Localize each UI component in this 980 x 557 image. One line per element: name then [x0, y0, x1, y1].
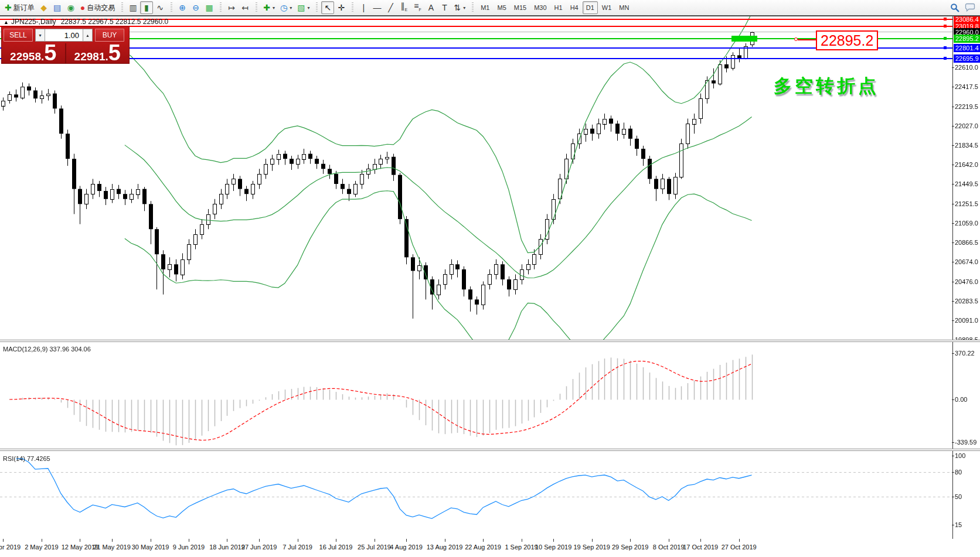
timeframe-d1-button[interactable]: D1	[583, 1, 598, 14]
volume-increase-button[interactable]: ▲	[83, 29, 93, 42]
horizontal-level-line[interactable]	[0, 32, 952, 32]
horizontal-level-line[interactable]	[0, 58, 952, 59]
time-axis-tick	[630, 539, 631, 542]
cursor-icon: ↖	[325, 4, 332, 12]
search-button[interactable]	[948, 1, 962, 14]
timeframe-h4-button[interactable]: H4	[567, 1, 582, 14]
indicators-button[interactable]: ✚▾	[261, 1, 277, 14]
timeframe-m30-button[interactable]: M30	[530, 1, 550, 14]
time-axis-tick	[445, 539, 445, 542]
price-axis-line[interactable]	[952, 16, 953, 539]
price-chart-canvas[interactable]	[0, 16, 952, 340]
horizontal-line-button[interactable]: —	[370, 1, 383, 14]
pane-separator-macd[interactable]	[0, 340, 980, 342]
buy-price-button[interactable]: 22981.5	[66, 43, 130, 63]
indicators-icon: ✚	[263, 4, 270, 12]
timeframe-h1-button[interactable]: H1	[551, 1, 566, 14]
horizontal-line-icon: —	[373, 4, 381, 12]
timeframe-m15-label: M15	[513, 4, 528, 11]
buy-button[interactable]: BUY	[95, 29, 124, 42]
price-axis-label: 20476.0	[955, 278, 978, 285]
group-handle-icon[interactable]	[316, 2, 318, 13]
zoom-out-button[interactable]: ⊖	[189, 1, 202, 14]
time-axis-tick	[553, 539, 554, 542]
time-axis-tick	[700, 539, 701, 542]
dropdown-caret-icon[interactable]: ▾	[273, 5, 275, 11]
sell-price-main: 22958	[10, 50, 41, 63]
auto-scroll-button[interactable]: ↦	[225, 1, 238, 14]
trendline-button[interactable]: ╱	[384, 1, 397, 14]
timeframe-d1-label: D1	[585, 4, 596, 11]
group-handle-icon[interactable]	[121, 2, 123, 13]
price-level-label: 22801.4	[954, 44, 980, 52]
auto-trading-label: 自动交易	[87, 3, 115, 13]
pane-separator-rsi[interactable]	[0, 449, 980, 451]
line-marker-icon	[944, 46, 947, 49]
buy-price-pip: 5	[108, 43, 121, 62]
volume-input[interactable]	[45, 29, 83, 42]
rsi-pane-canvas[interactable]	[0, 451, 952, 539]
fibonacci-button[interactable]: ≡F	[411, 1, 424, 14]
cursor-button[interactable]: ↖	[321, 1, 334, 14]
time-axis-tick	[375, 539, 375, 542]
dropdown-caret-icon[interactable]: ▾	[307, 5, 309, 11]
new-order-icon: ✚	[5, 4, 12, 12]
new-order-button[interactable]: ✚新订单	[2, 1, 37, 14]
timeframe-w1-label: W1	[601, 4, 613, 11]
group-handle-icon[interactable]	[472, 2, 474, 13]
time-axis-tick	[739, 539, 740, 542]
templates-button[interactable]: ▧▾	[295, 1, 312, 14]
tile-windows-icon: ▦	[206, 4, 213, 12]
candlestick-chart-button[interactable]: ▮	[140, 1, 153, 14]
market-watch-button[interactable]: ▤	[51, 1, 64, 14]
text-button[interactable]: A	[424, 1, 437, 14]
periods-button[interactable]: ◷▾	[278, 1, 294, 14]
volume-decrease-button[interactable]: ▼	[35, 29, 45, 42]
group-handle-icon[interactable]	[220, 2, 222, 13]
price-axis-label: 20283.5	[955, 298, 978, 305]
mt4-window: ✚新订单◆▤◉●自动交易▥▮∿⊕⊖▦↦↤✚▾◷▾▧▾↖✛|—╱∥E≡FAT⇅▾M…	[0, 0, 980, 557]
text-label-button[interactable]: T	[438, 1, 451, 14]
dropdown-caret-icon[interactable]: ▾	[463, 5, 465, 11]
bar-chart-button[interactable]: ▥	[127, 1, 139, 14]
time-axis-tick	[592, 539, 593, 542]
crosshair-button[interactable]: ✛	[335, 1, 348, 14]
group-handle-icon[interactable]	[171, 2, 172, 13]
timeframe-m1-button[interactable]: M1	[477, 1, 493, 14]
chat-icon	[965, 3, 975, 12]
group-handle-icon[interactable]	[352, 2, 353, 13]
profiles-button[interactable]: ◆	[38, 1, 50, 14]
search-icon	[950, 3, 959, 12]
time-axis-tick	[259, 539, 260, 542]
macd-pane-canvas[interactable]	[0, 342, 952, 449]
chart-shift-button[interactable]: ↤	[239, 1, 251, 14]
navigator-button[interactable]: ◉	[64, 1, 77, 14]
equidistant-channel-button[interactable]: ∥E	[397, 1, 410, 14]
timeframe-w1-button[interactable]: W1	[598, 1, 615, 14]
sell-price-button[interactable]: 22958.5	[2, 43, 65, 63]
vertical-line-button[interactable]: |	[357, 1, 370, 14]
resistance-highlight-bar[interactable]	[731, 36, 757, 42]
tile-windows-button[interactable]: ▦	[203, 1, 216, 14]
timeframe-mn-button[interactable]: MN	[615, 1, 632, 14]
time-axis-tick	[336, 539, 336, 542]
horizontal-level-line[interactable]	[0, 47, 952, 49]
dropdown-caret-icon[interactable]: ▾	[290, 5, 292, 11]
price-level-label: 22895.2	[954, 35, 980, 43]
vertical-line-icon: |	[363, 4, 365, 12]
timeframe-m5-button[interactable]: M5	[494, 1, 509, 14]
sell-button[interactable]: SELL	[4, 29, 33, 42]
zoom-in-button[interactable]: ⊕	[176, 1, 189, 14]
price-callout[interactable]: 22895.2	[816, 30, 878, 50]
line-chart-button[interactable]: ∿	[154, 1, 166, 14]
auto-trading-button[interactable]: ●自动交易	[78, 1, 117, 14]
time-axis-tick	[3, 539, 4, 542]
arrows-button[interactable]: ⇅▾	[451, 1, 468, 14]
timeframe-m15-button[interactable]: M15	[511, 1, 530, 14]
group-handle-icon[interactable]	[256, 2, 257, 13]
timeframe-mn-label: MN	[618, 4, 630, 11]
chat-button[interactable]	[962, 1, 978, 14]
chart-annotation-text[interactable]: 多空转折点	[774, 74, 879, 98]
collapse-arrow-icon[interactable]: ▲	[4, 19, 9, 25]
time-axis[interactable]: 23 Apr 20192 May 201912 May 201921 May 2…	[0, 539, 980, 557]
